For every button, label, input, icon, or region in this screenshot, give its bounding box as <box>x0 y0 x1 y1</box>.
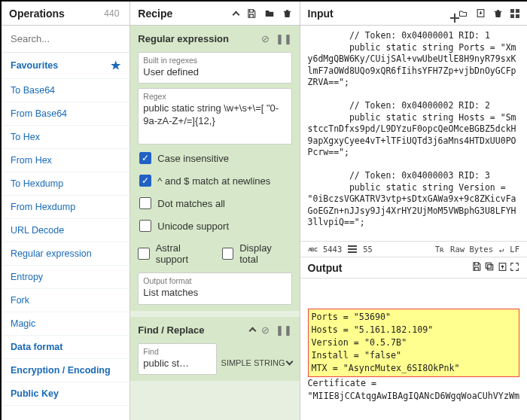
chars-label: ᴀʙᴄ <box>308 245 317 253</box>
recipe-title: Recipe <box>138 8 233 20</box>
find-mode-select[interactable]: SIMPLE STRING <box>221 343 292 375</box>
disable-icon[interactable]: ⊘ <box>261 34 270 44</box>
tile-view-icon[interactable] <box>510 9 519 18</box>
operations-count: 440 <box>104 8 119 19</box>
op-section[interactable]: Public Key <box>2 382 129 406</box>
pause-icon[interactable]: ❚❚ <box>276 34 292 44</box>
pause-icon[interactable]: ❚❚ <box>276 325 292 335</box>
operations-title: Operations <box>9 8 104 20</box>
checkbox-astral[interactable]: Astral support <box>138 239 215 268</box>
input-title: Input <box>308 8 450 20</box>
save-output-icon[interactable] <box>471 261 482 272</box>
regex-field[interactable]: Regex public static string \w+\s+\=[ "0-… <box>138 88 291 145</box>
checkbox-icon <box>139 197 151 209</box>
op-item[interactable]: Fork <box>2 289 129 312</box>
checkbox-dot-all[interactable]: Dot matches all <box>138 194 291 212</box>
collapse-icon[interactable] <box>233 8 239 19</box>
trash-icon[interactable] <box>282 8 292 19</box>
input-stats: ᴀʙᴄ 5443 55 Tʀ Raw Bytes ↵ LF <box>300 241 527 257</box>
encoding-label[interactable]: Raw Bytes <box>450 245 493 254</box>
disable-icon[interactable]: ⊘ <box>261 325 270 335</box>
output-highlight: Ports = "53690" Hosts = "5.161.182.109" … <box>308 309 519 377</box>
open-file-icon[interactable] <box>476 8 486 18</box>
op-item[interactable]: From Hex <box>2 149 129 172</box>
checkbox-icon <box>139 220 151 232</box>
op-item[interactable]: Magic <box>2 312 129 336</box>
save-icon[interactable] <box>246 8 257 19</box>
eol-label[interactable]: LF <box>510 245 519 254</box>
block-title: Regular expression <box>138 33 229 44</box>
favourites-section[interactable]: Favourites ★ <box>2 53 129 79</box>
op-item[interactable]: From Hexdump <box>2 196 129 219</box>
op-section[interactable]: Data format <box>2 336 129 359</box>
lines-icon <box>348 248 357 250</box>
op-item[interactable]: To Hexdump <box>2 172 129 196</box>
star-icon: ★ <box>111 59 120 72</box>
svg-rect-2 <box>486 263 491 269</box>
builtin-regex-field[interactable]: Built in regexes User defined <box>138 52 291 84</box>
copy-output-icon[interactable] <box>484 261 495 272</box>
output-format-field[interactable]: Output format List matches <box>138 272 291 304</box>
operations-header: Operations 440 <box>2 2 129 26</box>
recipe-block-find-replace: Find / Replace ⊘ ❚❚ Find public st… SIMP… <box>130 317 299 381</box>
recipe-header: Recipe <box>130 2 299 26</box>
checkbox-unicode[interactable]: Unicode support <box>138 217 291 235</box>
checkbox-case-insensitive[interactable]: Case insensitive <box>138 149 291 167</box>
op-item[interactable]: URL Decode <box>2 219 129 242</box>
collapse-icon[interactable] <box>250 325 255 335</box>
search-input[interactable] <box>8 29 123 49</box>
input-header: Input <box>300 2 527 26</box>
input-text[interactable]: // Token: 0x04000001 RID: 1 public stati… <box>300 26 527 241</box>
fullscreen-icon[interactable] <box>510 262 519 272</box>
chevron-down-icon <box>287 358 292 367</box>
checkbox-multiline[interactable]: ^ and $ match at newlines <box>138 172 291 190</box>
op-item[interactable]: To Hex <box>2 126 129 149</box>
checkbox-icon <box>222 248 233 260</box>
regex-textarea[interactable]: public static string \w+\s+\=[ "0-9a-zA-… <box>143 102 286 137</box>
checkbox-icon <box>139 152 151 164</box>
op-item[interactable]: To Base64 <box>2 79 129 102</box>
line-count: 55 <box>363 245 373 254</box>
recipe-block-regex: Regular expression ⊘ ❚❚ Built in regexes… <box>130 26 299 311</box>
checkbox-icon <box>138 248 149 260</box>
block-title: Find / Replace <box>138 324 204 336</box>
checkbox-display-total[interactable]: Display total <box>222 239 292 268</box>
clear-input-icon[interactable] <box>493 8 503 19</box>
op-section[interactable]: Encryption / Encoding <box>2 359 129 382</box>
output-to-input-icon[interactable] <box>498 262 507 272</box>
op-item[interactable]: From Base64 <box>2 102 129 126</box>
output-title: Output <box>308 262 343 274</box>
svg-rect-1 <box>488 265 493 270</box>
op-item[interactable]: Entropy <box>2 266 129 289</box>
char-count: 5443 <box>323 245 342 254</box>
checkbox-icon <box>139 175 151 187</box>
output-rest: Certificate = "MIIE8jCCAtqgAwIBAgIQANcD6… <box>308 378 519 401</box>
find-field[interactable]: Find public st… <box>138 343 216 375</box>
op-item[interactable]: Regular expression <box>2 242 129 266</box>
open-folder-icon[interactable] <box>458 9 468 18</box>
folder-icon[interactable] <box>264 8 275 19</box>
output-text[interactable]: Ports = "53690" Hosts = "5.161.182.109" … <box>300 278 527 420</box>
output-header: Output <box>300 257 527 278</box>
